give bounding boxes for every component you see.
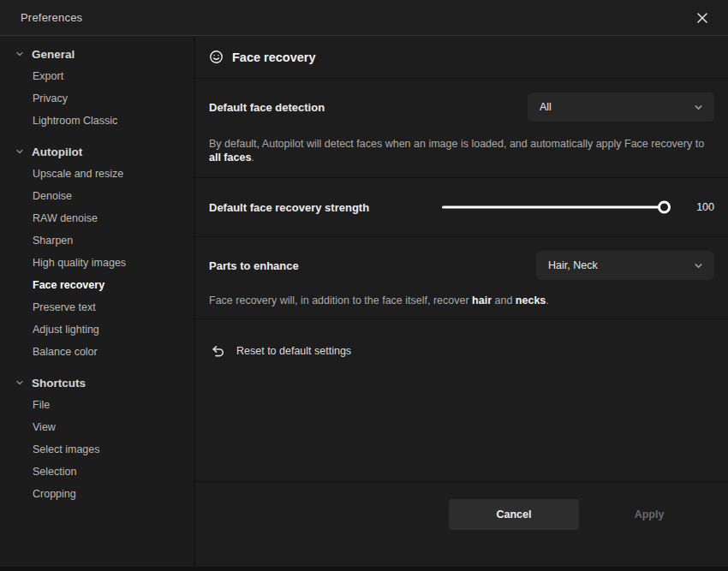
sidebar-item-lightroom-classic[interactable]: Lightroom Classic (0, 110, 194, 132)
sidebar-item-upscale-and-resize[interactable]: Upscale and resize (0, 163, 194, 185)
sidebar-header-shortcuts[interactable]: Shortcuts (0, 372, 194, 394)
sidebar-item-file[interactable]: File (0, 394, 194, 416)
apply-button[interactable]: Apply (584, 499, 714, 530)
footer: Cancel Apply (195, 482, 728, 567)
chevron-down-icon (693, 260, 704, 271)
sidebar: General Export Privacy Lightroom Classic… (0, 36, 195, 567)
window-bottom-edge (0, 567, 728, 571)
sidebar-item-adjust-lighting[interactable]: Adjust lighting (0, 318, 194, 341)
sidebar-item-select-images[interactable]: Select images (0, 438, 194, 461)
sidebar-header-autopilot[interactable]: Autopilot (0, 140, 194, 163)
parts-to-enhance-description: Face recovery will, in addition to the f… (209, 294, 713, 307)
sidebar-item-high-quality-images[interactable]: High quality images (0, 252, 194, 274)
sidebar-item-denoise[interactable]: Denoise (0, 185, 194, 207)
sidebar-item-face-recovery[interactable]: Face recovery (0, 274, 194, 296)
strength-slider[interactable] (442, 200, 670, 214)
chevron-down-icon (15, 147, 24, 156)
sidebar-item-preserve-text[interactable]: Preserve text (0, 296, 194, 318)
slider-thumb[interactable] (658, 201, 671, 214)
sidebar-item-privacy[interactable]: Privacy (0, 87, 194, 110)
sidebar-item-cropping[interactable]: Cropping (0, 483, 194, 505)
face-smiley-icon (209, 50, 224, 64)
sidebar-item-view[interactable]: View (0, 416, 194, 438)
parts-to-enhance-label: Parts to enhance (209, 259, 536, 272)
dialog-title: Preferences (21, 11, 82, 24)
sidebar-section-general: General Export Privacy Lightroom Classic (0, 43, 194, 132)
reset-defaults-button[interactable]: Reset to default settings (206, 338, 356, 364)
section-face-detection: Default face detection All By default, A… (195, 79, 728, 178)
section-reset: Reset to default settings (195, 319, 728, 482)
sidebar-section-autopilot: Autopilot Upscale and resize Denoise RAW… (0, 140, 194, 363)
face-detection-label: Default face detection (209, 101, 528, 114)
undo-icon (211, 344, 225, 359)
section-recovery-strength: Default face recovery strength 100 (195, 178, 728, 237)
cancel-button[interactable]: Cancel (449, 499, 579, 530)
close-icon (695, 10, 710, 26)
chevron-down-icon (15, 50, 24, 58)
sidebar-item-raw-denoise[interactable]: RAW denoise (0, 207, 194, 229)
sidebar-header-label: Autopilot (32, 146, 82, 158)
chevron-down-icon (15, 378, 24, 387)
parts-to-enhance-select[interactable]: Hair, Neck (536, 251, 714, 280)
sidebar-item-balance-color[interactable]: Balance color (0, 341, 194, 363)
sidebar-item-export[interactable]: Export (0, 65, 194, 87)
face-detection-select[interactable]: All (528, 92, 714, 122)
section-parts-to-enhance: Parts to enhance Hair, Neck Face recover… (195, 237, 728, 319)
sidebar-item-sharpen[interactable]: Sharpen (0, 229, 194, 252)
slider-track[interactable] (442, 206, 670, 209)
recovery-strength-label: Default face recovery strength (209, 201, 442, 214)
preferences-dialog: Preferences General Export Privacy Light… (0, 0, 728, 571)
titlebar: Preferences (0, 0, 728, 36)
sidebar-section-shortcuts: Shortcuts File View Select images Select… (0, 372, 194, 505)
face-detection-value: All (540, 101, 693, 113)
close-button[interactable] (692, 8, 713, 28)
sidebar-header-label: General (32, 48, 75, 61)
page-title: Face recovery (232, 51, 316, 64)
parts-to-enhance-value: Hair, Neck (548, 259, 693, 271)
panel-header: Face recovery (195, 36, 728, 79)
sidebar-header-general[interactable]: General (0, 43, 194, 65)
strength-value: 100 (689, 201, 714, 213)
main-panel: Face recovery Default face detection All… (195, 36, 728, 567)
reset-defaults-label: Reset to default settings (236, 345, 351, 357)
dialog-body: General Export Privacy Lightroom Classic… (0, 36, 728, 567)
sidebar-header-label: Shortcuts (32, 377, 86, 390)
chevron-down-icon (693, 102, 704, 113)
face-detection-description: By default, Autopilot will detect faces … (209, 137, 713, 164)
sidebar-item-selection[interactable]: Selection (0, 461, 194, 483)
